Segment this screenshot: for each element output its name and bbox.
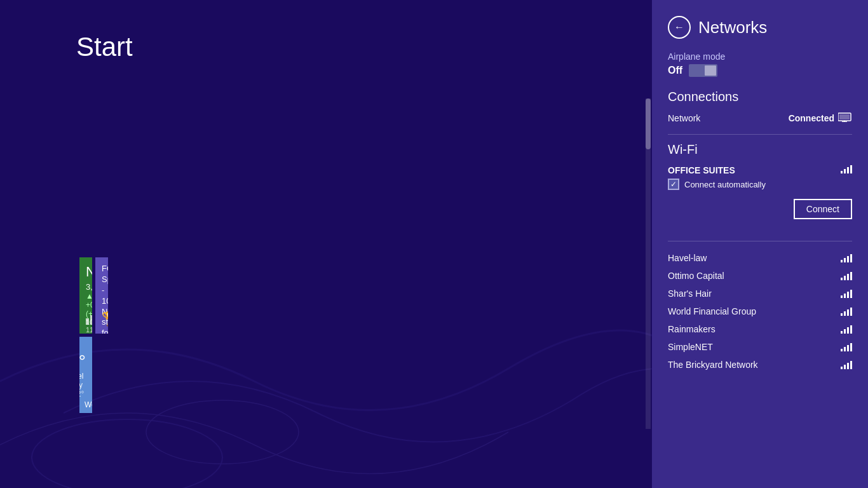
wifi-item-world-financial[interactable]: World Financial Group [668,302,852,320]
wifi-name-brickyard: The Brickyard Network [668,360,758,370]
wifi-item-havel-law[interactable]: Havel-law [668,249,852,267]
divider-1 [668,134,852,135]
wifi-item-brickyard[interactable]: The Brickyard Network [668,356,852,374]
wifi-name-shars-hair: Shar's Hair [668,288,712,299]
tiles-grid: ✉ Mail Mail 12 Friday ⊞ e Internet Explo… [76,98,632,413]
svg-rect-21 [844,258,846,262]
svg-point-0 [32,419,222,488]
svg-rect-34 [847,309,849,316]
svg-rect-42 [847,345,849,351]
divider-2 [668,241,852,241]
connections-section: Connections Network Connected [668,90,852,130]
airplane-mode-toggle[interactable] [689,64,717,77]
network-connected-status: Connected [789,112,852,124]
wifi-name-simplenet: SimpleNET [668,342,713,352]
svg-rect-25 [844,276,846,280]
wifi-signal-icon-7 [841,360,852,369]
wifi-signal-icon [841,254,852,262]
connect-button[interactable]: Connect [794,199,852,219]
svg-rect-47 [850,361,852,369]
svg-rect-19 [850,165,852,173]
page-title: Start [76,32,133,62]
fox-trophy-icon: 🏆 [102,311,108,327]
svg-rect-23 [850,254,852,262]
svg-rect-31 [850,290,852,298]
network-connected-icon [838,112,852,124]
svg-rect-35 [850,308,852,316]
toggle-knob [705,65,716,76]
svg-rect-27 [850,272,852,280]
connect-auto-row: ✓ Connect automatically [668,179,852,190]
wifi-section: Wi-Fi OFFICE SUITES ✓ Connect automatica… [668,142,852,237]
wifi-item-simplenet[interactable]: SimpleNET [668,338,852,356]
svg-rect-22 [847,256,849,262]
airplane-mode-label: Airplane mode [668,51,852,62]
scroll-thumb[interactable] [646,98,651,149]
wifi-signal-icon-4 [841,307,852,316]
wifi-item-ottimo[interactable]: Ottimo Capital [668,267,852,285]
svg-rect-18 [847,167,849,173]
weather-condition: Cloudy [79,381,86,390]
tile-fox[interactable]: FOX Sports - 10 NFL storylines for Week … [95,257,108,334]
wifi-name-havel-law: Havel-law [668,253,707,263]
nasdaq-chart-icon [86,309,92,327]
networks-panel: ← Networks Airplane mode Off Connections… [652,0,868,488]
wifi-signal-icon-2 [841,271,852,280]
weather-location: Carmel [79,372,86,381]
wifi-name-world-financial: World Financial Group [668,306,756,316]
svg-rect-16 [841,171,843,173]
svg-rect-44 [841,367,843,369]
scroll-bar[interactable] [646,98,651,429]
airplane-mode-status: Off [668,65,682,76]
svg-rect-28 [841,295,843,298]
networks-title: Networks [698,18,767,37]
svg-rect-43 [850,343,852,351]
tile-nasdaq[interactable]: NASDAQ 3,056.67 ▲ +0.24% (+7.26) 10/12/2… [79,257,92,334]
back-arrow-icon: ← [674,22,684,33]
wifi-name-ottimo: Ottimo Capital [668,271,724,281]
svg-rect-13 [839,114,850,119]
weather-temp: 47° [79,351,86,372]
svg-rect-45 [844,365,846,369]
networks-back-button[interactable]: ← [668,16,691,39]
svg-rect-32 [841,313,843,316]
wifi-signal-icon-3 [841,289,852,298]
wifi-networks-list: Havel-law Ottimo Capital Shar's Hair Wor… [668,249,852,374]
svg-rect-46 [847,363,849,369]
tile-weather[interactable]: 🌥 47° Carmel Cloudy 56°/42° Weather [79,337,92,413]
svg-rect-38 [847,327,849,334]
svg-rect-29 [844,294,846,298]
active-wifi-network: OFFICE SUITES [668,165,852,176]
svg-rect-20 [841,260,843,262]
svg-rect-39 [850,325,852,334]
svg-rect-26 [847,274,849,280]
svg-rect-40 [841,349,843,351]
network-label: Network [668,113,700,123]
office-suites-signal-icon [841,165,852,176]
network-status-row: Network Connected [668,112,852,124]
svg-rect-9 [90,315,92,325]
wifi-item-shars-hair[interactable]: Shar's Hair [668,285,852,302]
wifi-signal-icon-5 [841,325,852,334]
weather-range: 56°/42° [79,390,86,398]
svg-rect-8 [86,318,89,325]
airplane-mode-section: Airplane mode Off [668,51,852,77]
wifi-name-rainmakers: Rainmakers [668,324,715,334]
svg-rect-37 [844,329,846,334]
wifi-title: Wi-Fi [668,142,852,157]
svg-rect-41 [844,347,846,351]
office-suites-name: OFFICE SUITES [668,165,735,175]
connections-title: Connections [668,90,852,104]
svg-rect-24 [841,278,843,280]
svg-rect-30 [847,292,849,298]
wifi-signal-icon-6 [841,342,852,351]
connect-auto-label: Connect automatically [684,180,766,189]
connect-auto-checkbox[interactable]: ✓ [668,179,679,190]
svg-rect-33 [844,311,846,316]
wifi-item-rainmakers[interactable]: Rainmakers [668,320,852,338]
weather-label: Weather [85,400,92,409]
svg-rect-36 [841,331,843,334]
svg-rect-17 [844,169,846,173]
